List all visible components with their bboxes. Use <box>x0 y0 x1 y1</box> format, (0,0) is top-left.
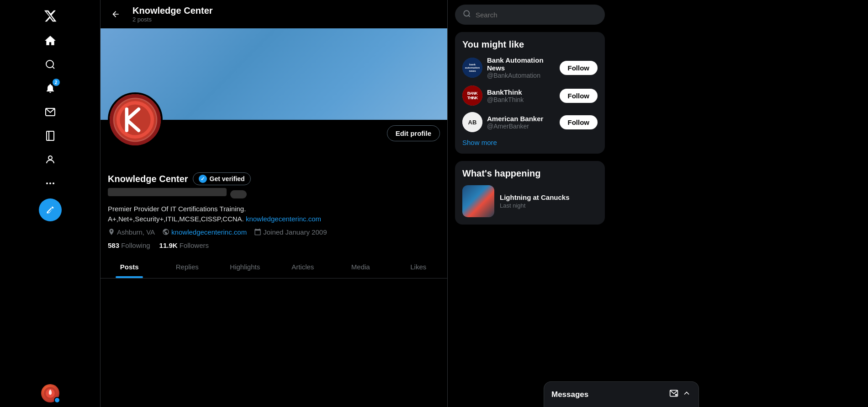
profile-top-bar: Knowledge Center 2 posts <box>101 0 447 28</box>
search-bar[interactable] <box>455 5 605 25</box>
profile-avatar <box>108 92 163 147</box>
profile-top-posts: 2 posts <box>132 16 213 23</box>
happening-image <box>462 185 494 217</box>
profile-info: Knowledge Center ✓ Get verified Premier … <box>101 145 447 256</box>
tab-replies[interactable]: Replies <box>159 256 217 278</box>
svg-point-16 <box>464 11 469 16</box>
new-message-icon[interactable] <box>669 389 678 400</box>
whats-happening-widget: What's happening Lightning at Canucks La… <box>455 161 605 225</box>
profile-meta: Ashburn, VA knowledgecenterinc.com Joine… <box>108 228 440 236</box>
happening-info: Lightning at Canucks Last night <box>500 193 598 209</box>
bank-automation-info: Bank Automation News @BankAutomation <box>487 56 555 79</box>
messages-panel[interactable]: Messages <box>544 381 699 407</box>
sidebar-item-notifications[interactable]: 2 <box>39 77 62 100</box>
american-banker-name: American Banker <box>487 115 555 123</box>
profile-handle <box>108 188 227 196</box>
profile-website: knowledgecenterinc.com <box>162 228 247 236</box>
profile-toggle[interactable] <box>230 190 247 198</box>
sidebar-item-messages[interactable] <box>39 101 62 123</box>
svg-point-6 <box>46 182 48 184</box>
bank-automation-avatar: bank automation news <box>462 58 482 78</box>
follow-bank-automation-button[interactable]: Follow <box>560 61 598 75</box>
tab-highlights[interactable]: Highlights <box>216 256 274 278</box>
bankthink-handle: @BankThink <box>487 96 555 103</box>
tab-articles[interactable]: Articles <box>274 256 332 278</box>
profile-name: Knowledge Center <box>108 174 188 184</box>
follow-bankthink-button[interactable]: Follow <box>560 89 598 103</box>
sidebar-item-bookmarks[interactable] <box>39 124 62 147</box>
svg-rect-3 <box>47 131 54 140</box>
suggestion-bank-automation: bank automation news Bank Automation New… <box>462 56 598 79</box>
suggestion-american-banker: AB American Banker @AmerBanker Follow <box>462 112 598 132</box>
messages-panel-title: Messages <box>551 390 666 399</box>
x-logo[interactable] <box>39 5 62 27</box>
american-banker-info: American Banker @AmerBanker <box>487 115 555 130</box>
sidebar-item-explore[interactable] <box>39 53 62 76</box>
profile-top-info: Knowledge Center 2 posts <box>132 5 213 23</box>
messages-expand-icon[interactable] <box>682 389 691 400</box>
search-input[interactable] <box>476 11 597 19</box>
svg-point-7 <box>49 182 51 184</box>
american-banker-handle: @AmerBanker <box>487 123 555 130</box>
main-content: Knowledge Center 2 posts <box>101 0 448 407</box>
edit-profile-button[interactable]: Edit profile <box>387 125 440 141</box>
svg-line-1 <box>52 67 54 69</box>
follow-american-banker-button[interactable]: Follow <box>560 115 598 129</box>
sidebar-item-profile[interactable] <box>39 148 62 171</box>
profile-handle-bar <box>108 188 440 198</box>
svg-point-5 <box>48 156 52 160</box>
bank-automation-name: Bank Automation News <box>487 56 555 72</box>
suggestion-bankthink: BANKTHINK BankThink @BankThink Follow <box>462 86 598 106</box>
svg-point-14 <box>120 104 150 135</box>
happening-title: Lightning at Canucks <box>500 193 598 201</box>
followers-stat[interactable]: 11.9K Followers <box>159 241 209 249</box>
bankthink-info: BankThink @BankThink <box>487 88 555 103</box>
sidebar-item-more[interactable] <box>39 172 62 195</box>
verified-checkmark-icon: ✓ <box>199 175 207 183</box>
you-might-like-widget: You might like bank automation news Bank… <box>455 32 605 154</box>
profile-tabs: Posts Replies Highlights Articles Media … <box>101 256 447 278</box>
sidebar: 2 <box>0 0 101 407</box>
bank-automation-handle: @BankAutomation <box>487 72 555 79</box>
bankthink-avatar: BANKTHINK <box>462 86 482 106</box>
whats-happening-title: What's happening <box>462 168 598 179</box>
profile-location: Ashburn, VA <box>108 228 155 236</box>
nav-items: 2 <box>0 29 100 195</box>
get-verified-button[interactable]: ✓ Get verified <box>193 172 251 185</box>
profile-name-row: Knowledge Center ✓ Get verified <box>108 172 440 185</box>
notification-badge: 2 <box>53 79 60 86</box>
profile-bio: Premier Provider Of IT Certifications Tr… <box>108 204 440 225</box>
svg-line-17 <box>468 15 470 16</box>
tab-likes[interactable]: Likes <box>390 256 448 278</box>
right-sidebar: You might like bank automation news Bank… <box>448 0 612 407</box>
show-more-link[interactable]: Show more <box>462 139 598 146</box>
profile-joined: Joined January 2009 <box>254 228 327 236</box>
american-banker-avatar: AB <box>462 112 482 132</box>
following-stat[interactable]: 583 Following <box>108 241 150 249</box>
website-link[interactable]: knowledgecenterinc.com <box>171 228 247 236</box>
back-button[interactable] <box>108 6 123 22</box>
you-might-like-title: You might like <box>462 39 598 50</box>
sidebar-item-home[interactable] <box>39 29 62 52</box>
profile-top-name: Knowledge Center <box>132 5 213 16</box>
svg-point-8 <box>53 182 54 184</box>
happening-item-lightning[interactable]: Lightning at Canucks Last night <box>462 185 598 217</box>
happening-time: Last night <box>500 202 598 209</box>
svg-point-0 <box>46 60 53 68</box>
profile-avatar-wrap <box>108 92 163 147</box>
bio-link[interactable]: knowledgecenterinc.com <box>246 215 321 223</box>
bankthink-name: BankThink <box>487 88 555 96</box>
tab-posts[interactable]: Posts <box>101 256 159 278</box>
user-avatar[interactable] <box>41 384 59 402</box>
search-icon <box>463 10 471 20</box>
avatar-online-badge <box>54 397 60 403</box>
tab-media[interactable]: Media <box>332 256 390 278</box>
profile-header: Knowledge Center 2 posts <box>101 0 447 278</box>
profile-stats: 583 Following 11.9K Followers <box>108 241 440 249</box>
avatar-section: Edit profile <box>101 120 447 145</box>
compose-button[interactable] <box>39 198 62 221</box>
